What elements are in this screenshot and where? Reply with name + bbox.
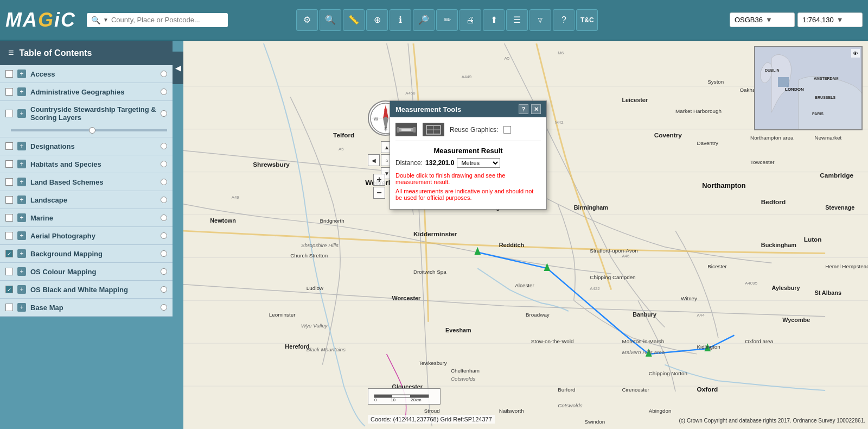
map-container[interactable]: Shrewsbury Telford Wolverhampton Bridgno… xyxy=(183,41,868,429)
admin-geo-checkbox[interactable] xyxy=(5,88,13,96)
toc-item-marine[interactable]: + Marine xyxy=(0,209,173,227)
aerial-expand-btn[interactable]: + xyxy=(17,231,26,240)
toc-item-os-bw[interactable]: ✓ + OS Black and White Mapping xyxy=(0,281,173,299)
svg-text:A458: A458 xyxy=(405,91,416,96)
designations-expand-btn[interactable]: + xyxy=(17,142,26,150)
landscape-slider[interactable] xyxy=(161,197,167,203)
toc-item-landscape[interactable]: + Landscape xyxy=(0,191,173,209)
zoom-in-btn[interactable]: + xyxy=(373,174,385,186)
zoom-search-tool-btn[interactable]: 🔎 xyxy=(413,9,435,31)
cs-targeting-checkbox[interactable] xyxy=(5,110,13,117)
measure-unit-select[interactable]: Metres Kilometres Miles xyxy=(457,158,500,168)
pan-left-btn[interactable]: ◀ xyxy=(368,154,380,166)
scale-select[interactable]: 1:764,130 ▼ xyxy=(797,12,863,27)
target-tool-btn[interactable]: ⊕ xyxy=(366,9,388,31)
landscape-expand-btn[interactable]: + xyxy=(17,195,26,204)
toc-item-habitats[interactable]: + Habitats and Species xyxy=(0,155,173,173)
habitats-slider[interactable] xyxy=(161,161,167,167)
aerial-slider[interactable] xyxy=(161,232,167,239)
draw-tool-btn[interactable]: ✏ xyxy=(436,9,458,31)
identify-tool-btn[interactable]: ⍒ xyxy=(529,9,551,31)
admin-geo-slider[interactable] xyxy=(161,89,167,95)
svg-text:N: N xyxy=(384,108,387,113)
layers-tool-btn[interactable]: ⚙ xyxy=(296,9,318,31)
svg-text:Buckingham: Buckingham xyxy=(761,242,796,248)
svg-text:Evesham: Evesham xyxy=(445,327,471,333)
help-tool-btn[interactable]: ? xyxy=(553,9,575,31)
base-map-expand-btn[interactable]: + xyxy=(17,303,26,312)
distance-label: Distance: xyxy=(395,159,423,167)
toc-item-land-schemes[interactable]: + Land Based Schemes xyxy=(0,173,173,191)
marine-expand-btn[interactable]: + xyxy=(17,213,26,222)
svg-text:Malvern Hills area: Malvern Hills area xyxy=(622,349,665,355)
cs-targeting-opacity-bar[interactable] xyxy=(11,129,167,131)
os-colour-expand-btn[interactable]: + xyxy=(17,267,26,276)
coordinate-system-select[interactable]: OSGB36 ▼ xyxy=(730,12,795,27)
measure-tool-btn[interactable]: 📏 xyxy=(343,9,365,31)
sidebar-collapse-btn[interactable]: ◀ xyxy=(173,52,183,84)
access-slider[interactable] xyxy=(161,71,167,77)
access-expand-btn[interactable]: + xyxy=(17,70,26,78)
toc-item-access[interactable]: + Access xyxy=(0,65,173,83)
habitats-checkbox[interactable] xyxy=(5,160,13,168)
svg-text:Tewkesbury: Tewkesbury xyxy=(419,360,447,366)
cs-targeting-expand-btn[interactable]: + xyxy=(17,109,26,118)
toc-item-os-colour[interactable]: + OS Colour Mapping xyxy=(0,263,173,281)
cs-targeting-slider[interactable] xyxy=(161,110,167,117)
background-mapping-expand-btn[interactable]: + xyxy=(17,249,26,258)
minimap-eye-icon[interactable]: 👁 xyxy=(851,49,860,58)
app-logo: MAGiC xyxy=(5,9,76,31)
land-schemes-checkbox[interactable] xyxy=(5,178,13,186)
base-map-checkbox[interactable] xyxy=(5,304,13,311)
habitats-expand-btn[interactable]: + xyxy=(17,160,26,168)
svg-rect-104 xyxy=(778,77,789,87)
background-mapping-checkbox[interactable]: ✓ xyxy=(5,250,13,257)
designations-checkbox[interactable] xyxy=(5,142,13,150)
os-bw-checkbox[interactable]: ✓ xyxy=(5,286,13,293)
admin-geo-expand-btn[interactable]: + xyxy=(17,87,26,96)
toc-item-cs-targeting[interactable]: + Countryside Stewardship Targeting & Sc… xyxy=(0,101,173,137)
tc-tool-btn[interactable]: T&C xyxy=(576,9,598,31)
marine-checkbox[interactable] xyxy=(5,214,13,222)
toc-item-base-map[interactable]: + Base Map xyxy=(0,299,173,317)
aerial-checkbox[interactable] xyxy=(5,232,13,239)
list-tool-btn[interactable]: ☰ xyxy=(506,9,528,31)
info-tool-btn[interactable]: ℹ xyxy=(390,9,411,31)
export-tool-btn[interactable]: ⬆ xyxy=(483,9,505,31)
main-area: ≡ Table of Contents + Access + Administr… xyxy=(0,41,868,429)
svg-text:Cambridge: Cambridge xyxy=(820,172,853,179)
toc-item-background-mapping[interactable]: ✓ + Background Mapping xyxy=(0,245,173,263)
marine-slider[interactable] xyxy=(161,214,167,221)
zoom-out-btn[interactable]: − xyxy=(373,187,385,199)
designations-slider[interactable] xyxy=(161,143,167,149)
os-colour-checkbox[interactable] xyxy=(5,268,13,275)
minimap: DUBLIN AMSTERDAM LONDON BRUSSELS PARIS 👁 xyxy=(754,46,863,130)
measure-line-icon[interactable] xyxy=(395,123,417,136)
toc-title: Table of Contents xyxy=(20,48,92,58)
os-colour-slider[interactable] xyxy=(161,268,167,275)
search-box[interactable]: 🔍 ▼ xyxy=(87,13,228,27)
print-tool-btn[interactable]: 🖨 xyxy=(459,9,481,31)
land-schemes-expand-btn[interactable]: + xyxy=(17,178,26,186)
measure-area-icon[interactable] xyxy=(423,123,444,136)
search-dropdown-arrow[interactable]: ▼ xyxy=(103,17,108,23)
background-mapping-slider[interactable] xyxy=(161,250,167,257)
cs-targeting-opacity-thumb[interactable] xyxy=(89,127,95,134)
search-tool-btn[interactable]: 🔍 xyxy=(320,9,341,31)
dialog-close-btn[interactable]: ✕ xyxy=(531,104,541,114)
svg-text:10: 10 xyxy=(391,398,395,401)
search-input[interactable] xyxy=(111,16,220,24)
os-bw-slider[interactable] xyxy=(161,286,167,293)
os-bw-expand-btn[interactable]: + xyxy=(17,285,26,294)
reuse-graphics-checkbox[interactable] xyxy=(503,126,511,134)
landscape-checkbox[interactable] xyxy=(5,196,13,204)
access-label: Access xyxy=(30,70,156,78)
toc-item-designations[interactable]: + Designations xyxy=(0,137,173,155)
land-schemes-slider[interactable] xyxy=(161,179,167,185)
landscape-label: Landscape xyxy=(30,196,156,204)
access-checkbox[interactable] xyxy=(5,70,13,78)
dialog-help-btn[interactable]: ? xyxy=(519,104,528,114)
base-map-slider[interactable] xyxy=(161,304,167,311)
toc-item-admin-geo[interactable]: + Administrative Geographies xyxy=(0,83,173,101)
toc-item-aerial[interactable]: + Aerial Photography xyxy=(0,227,173,245)
